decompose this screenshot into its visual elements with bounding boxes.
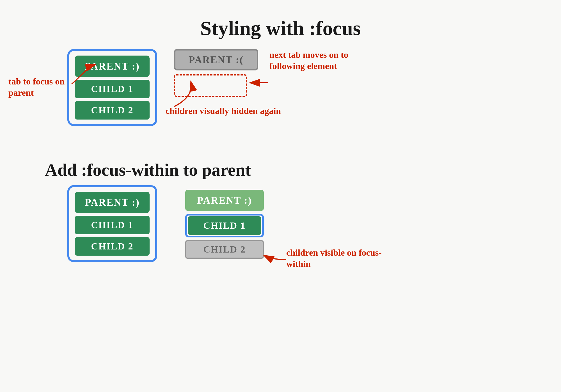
top-left-parent: PARENT :) [75, 56, 150, 77]
top-left-child1: CHILD 1 [75, 80, 150, 98]
annotation-tab-to-focus: tab to focus on parent [8, 76, 73, 98]
bottom-left-diagram: PARENT :) CHILD 1 CHILD 2 [67, 185, 157, 262]
annotation-children-visible: children visible on focus-within [286, 247, 393, 269]
annotation-next-tab: next tab moves on to following element [269, 49, 376, 72]
bottom-right-child1-focused-wrapper: CHILD 1 [185, 214, 264, 237]
bottom-right-diagram: PARENT :) CHILD 1 CHILD 2 [180, 185, 269, 263]
dashed-hidden-children [174, 74, 247, 97]
main-title: Styling with :focus [200, 17, 361, 40]
bottom-left-parent: PARENT :) [75, 192, 150, 213]
top-right-diagram: PARENT :( [174, 49, 258, 97]
bottom-right-child2: CHILD 2 [185, 240, 264, 259]
bottom-left-child2: CHILD 2 [75, 237, 150, 256]
section2-title: Add :focus-within to parent [45, 160, 251, 180]
top-left-child2: CHILD 2 [75, 101, 150, 120]
bottom-left-child1: CHILD 1 [75, 216, 150, 234]
top-left-diagram: PARENT :) CHILD 1 CHILD 2 [67, 49, 157, 126]
top-right-parent: PARENT :( [174, 49, 258, 70]
annotation-children-hidden: children visually hidden again [166, 105, 286, 116]
bottom-right-child1: CHILD 1 [188, 216, 261, 235]
bottom-right-parent: PARENT :) [185, 190, 264, 211]
